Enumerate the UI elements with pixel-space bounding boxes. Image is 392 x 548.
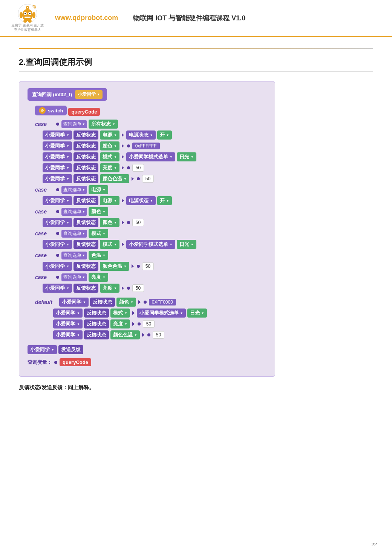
header-title: 物联网 IOT 与智能硬件编程课程 V1.0 [133,14,245,23]
case-1-keyword: case [35,121,54,127]
switch-icon: ⚙ [39,107,46,114]
send-device[interactable]: 小爱同学▼ [28,345,57,354]
case-4-row-1: 小爱同学▼ 反馈状态 模式▼ 小爱同学模式选单▼ 日光▼ [43,240,266,249]
connector-tri-2 [122,144,124,148]
type-block[interactable]: 电源▼ [100,130,119,140]
case-5: case 查询选单▼ 色温▼ 小爱同学▼ 反馈状态 颜色色温▼ 50 [28,251,266,271]
hex-value: 0xFFFFFF [132,143,160,149]
switch-header: ⚙ switch [35,106,67,115]
num-value-4: 50 [132,164,144,172]
case-3-header: case 查询选单▼ 颜色▼ [35,207,266,216]
connector-tri-3 [122,155,124,159]
case-4: case 查询选单▼ 模式▼ 小爱同学▼ 反馈状态 模式▼ 小爱同学模式选单▼ … [28,229,266,249]
separator [19,48,373,49]
feedback-block-5[interactable]: 反馈状态 [74,174,98,183]
feedback-block-4[interactable]: 反馈状态 [74,163,98,172]
value-block[interactable]: 开▼ [157,130,172,140]
case-2-type[interactable]: 电源▼ [89,185,108,194]
type-block-3[interactable]: 模式▼ [100,152,119,161]
page-header: R 更易学 更易用 更开放 齐护® 教育机器人 www.qdprobot.com… [0,0,392,37]
logo-text: 更易学 更易用 更开放 齐护® 教育机器人 [11,23,44,32]
case-1-row-1: 小爱同学▼ 反馈状态 电源▼ 电源状态▼ 开▼ [43,130,266,140]
default-block: default 小爱同学▼ 反馈状态 颜色▼ 0XFF0000 小爱同学▼ 反馈… [28,298,266,339]
type-block-2[interactable]: 颜色▼ [100,141,119,150]
case-1-row-5: 小爱同学▼ 反馈状态 颜色色温▼ 50 [43,174,266,183]
case-1-header: case 查询选单 ▼ 所有状态▼ [35,120,266,129]
case-4-header: case 查询选单▼ 模式▼ [35,229,266,238]
query-var-value[interactable]: queryCode [60,358,91,366]
case-5-header: case 查询选单▼ 色温▼ [35,251,266,260]
case-2-query[interactable]: 查询选单 ▼ [61,186,87,194]
name-dropdown[interactable]: 小爱同学 ▼ [75,90,103,99]
default-row-3: 小爱同学▼ 反馈状态 亮度▼ 50 [53,319,266,328]
code-block: 查询回调 (int32_t) 小爱同学 ▼ ⚙ switch queryCode… [19,81,275,377]
device-block-2[interactable]: 小爱同学▼ [43,141,72,150]
case-1: case 查询选单 ▼ 所有状态▼ 小爱同学▼ 反馈状态 电源▼ [28,120,266,183]
case-2-keyword: case [35,187,54,193]
default-header: default 小爱同学▼ 反馈状态 颜色▼ 0XFF0000 [35,298,266,307]
case-1-query[interactable]: 查询选单 ▼ [61,120,87,128]
case-5-row-1: 小爱同学▼ 反馈状态 颜色色温▼ 50 [43,262,266,271]
switch-label: switch [48,108,63,114]
case-2-row-1: 小爱同学▼ 反馈状态 电源▼ 电源状态▼ 开▼ [43,196,266,205]
connector-tri-4 [122,166,124,170]
case-1-row-4: 小爱同学▼ 反馈状态 亮度▼ 50 [43,163,266,172]
case-3: case 查询选单▼ 颜色▼ 小爱同学▼ 反馈状态 颜色▼ 50 [28,207,266,227]
connector-2 [56,188,59,191]
case-1-type[interactable]: 所有状态▼ [89,120,118,129]
logo-area: R 更易学 更易用 更开放 齐护® 教育机器人 [11,4,44,32]
main-content: 2.查询回调使用示例 查询回调 (int32_t) 小爱同学 ▼ ⚙ switc… [0,37,392,548]
svg-point-7 [29,13,31,14]
top-header-text: 查询回调 (int32_t) [32,91,72,98]
case-2: case 查询选单 ▼ 电源▼ 小爱同学▼ 反馈状态 电源▼ 电源状态▼ 开▼ [28,185,266,205]
device-block[interactable]: 小爱同学▼ [43,130,72,140]
type-block-4[interactable]: 亮度▼ [100,163,119,172]
query-code-value[interactable]: queryCode [68,108,100,116]
dot-5 [137,177,140,180]
dot-4 [127,166,130,169]
case-6: case 查询选单▼ 亮度▼ 小爱同学▼ 反馈状态 亮度▼ 50 [28,273,266,293]
svg-point-3 [22,9,33,21]
section-title: 2.查询回调使用示例 [19,57,373,72]
svg-point-6 [24,13,26,14]
svg-point-2 [27,7,28,8]
svg-point-9 [20,12,23,18]
num-value-5: 50 [142,175,154,183]
svg-point-10 [32,12,35,18]
case-2-header: case 查询选单 ▼ 电源▼ [35,185,266,194]
svg-rect-8 [24,17,31,18]
default-hex: 0XFF0000 [149,299,176,305]
default-row-4: 小爱同学▼ 反馈状态 颜色色温▼ 50 [53,330,266,339]
feedback-block[interactable]: 反馈状态 [74,130,98,140]
connector-tri [122,133,124,137]
feedback-block-2[interactable]: 反馈状态 [74,141,98,150]
dot [127,144,130,147]
case-1-row-3: 小爱同学▼ 反馈状态 模式▼ 小爱同学模式选单▼ 日光▼ [43,152,266,161]
footer-note: 反馈状态/发送反馈：同上解释。 [19,384,373,391]
type-block-5[interactable]: 颜色色温▼ [100,174,129,183]
connector [56,123,59,126]
param-block[interactable]: 电源状态▼ [126,130,156,140]
top-header-row: 查询回调 (int32_t) 小爱同学 ▼ [28,88,266,104]
mode-value[interactable]: 日光▼ [177,152,196,161]
case-3-row-1: 小爱同学▼ 反馈状态 颜色▼ 50 [43,218,266,227]
device-block-5[interactable]: 小爱同学▼ [43,174,72,183]
query-var-row: 查询变量： queryCode [28,358,266,366]
query-var-label: 查询变量： [28,359,52,366]
send-action[interactable]: 发送反馈 [58,345,83,354]
svg-point-11 [23,20,27,23]
switch-row: ⚙ switch queryCode [35,106,266,118]
default-keyword: default [35,299,58,305]
feedback-block-3[interactable]: 反馈状态 [74,152,98,161]
mode-select[interactable]: 小爱同学模式选单▼ [126,152,175,161]
top-header-block: 查询回调 (int32_t) 小爱同学 ▼ [28,88,107,101]
header-url: www.qdprobot.com [55,14,118,22]
svg-point-12 [28,20,32,23]
default-row-2: 小爱同学▼ 反馈状态 模式▼ 小爱同学模式选单▼ 日光▼ [53,309,266,318]
send-feedback-row: 小爱同学▼ 发送反馈 [28,345,266,354]
page-number: 22 [372,542,377,547]
device-block-3[interactable]: 小爱同学▼ [43,152,72,161]
case-6-header: case 查询选单▼ 亮度▼ [35,273,266,282]
connector-tri-5 [132,177,134,181]
device-block-4[interactable]: 小爱同学▼ [43,163,72,172]
